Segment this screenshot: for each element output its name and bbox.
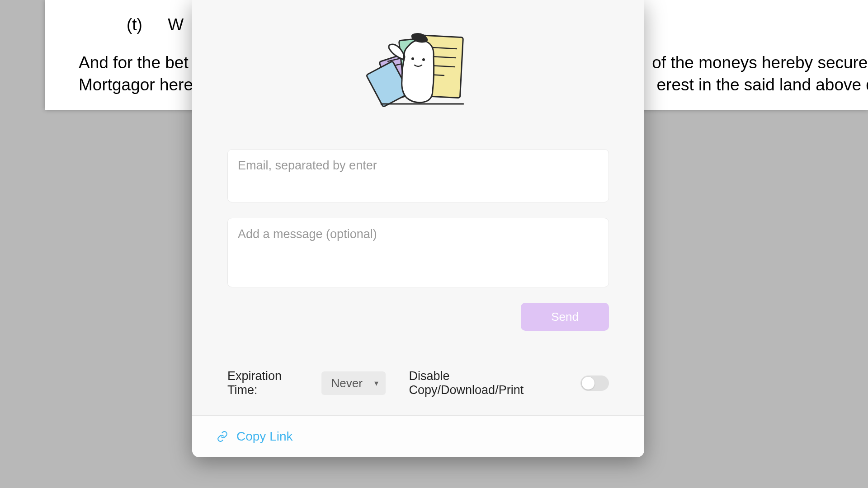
document-ghost-icon xyxy=(359,32,477,108)
expiration-label: Expiration Time: xyxy=(227,369,313,397)
svg-point-10 xyxy=(411,57,414,60)
svg-point-11 xyxy=(422,58,425,61)
email-input[interactable] xyxy=(227,149,609,202)
modal-content: Send Expiration Time: Never Disable Copy… xyxy=(192,0,644,415)
send-button[interactable]: Send xyxy=(521,303,609,331)
options-row: Expiration Time: Never Disable Copy/Down… xyxy=(227,369,609,397)
copy-link-label: Copy Link xyxy=(236,429,293,444)
share-illustration xyxy=(227,32,609,108)
link-icon xyxy=(217,431,228,442)
disable-copy-toggle[interactable] xyxy=(580,375,609,391)
share-modal: Send Expiration Time: Never Disable Copy… xyxy=(192,0,644,457)
modal-footer: Copy Link xyxy=(192,415,644,457)
app-background: (t) W And for the bet of the moneys here… xyxy=(0,0,868,488)
send-row: Send xyxy=(227,303,609,331)
expiration-select-wrap: Never xyxy=(321,371,386,395)
modal-overlay: Send Expiration Time: Never Disable Copy… xyxy=(0,0,868,488)
disable-copy-label: Disable Copy/Download/Print xyxy=(409,369,565,397)
message-input[interactable] xyxy=(227,218,609,287)
expiration-select[interactable]: Never xyxy=(321,371,386,395)
copy-link-button[interactable]: Copy Link xyxy=(217,429,293,444)
